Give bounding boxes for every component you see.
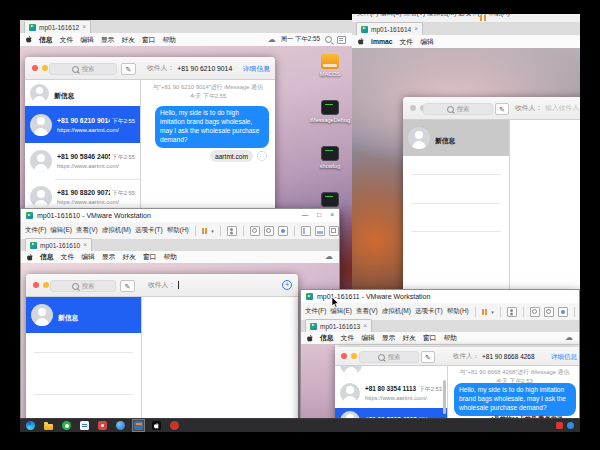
apple-menu-icon[interactable]: [358, 38, 364, 45]
cloud-icon[interactable]: ☁: [565, 334, 573, 342]
pause-icon[interactable]: [480, 15, 486, 21]
snapshot-take-icon[interactable]: [250, 226, 260, 236]
close-traffic-light[interactable]: [341, 353, 347, 359]
details-link[interactable]: 详细信息: [243, 64, 270, 74]
compose-button[interactable]: ✎: [121, 63, 136, 75]
tab-close-icon[interactable]: ×: [83, 242, 87, 249]
menu-help[interactable]: 帮助(H): [447, 307, 469, 316]
green-app-icon[interactable]: [62, 421, 71, 430]
snapshot-manager-icon[interactable]: [278, 226, 288, 236]
conversation-row[interactable]: +81 90 5846 2405下午2:55 https://www.aartm…: [25, 143, 140, 179]
close-traffic-light[interactable]: [410, 105, 416, 111]
menu-tabs[interactable]: 选项卡(T): [415, 307, 443, 316]
menu-help[interactable]: 帮助: [444, 333, 458, 343]
details-link[interactable]: 详细信息: [551, 353, 577, 362]
menu-vm[interactable]: 虚拟机(M): [382, 307, 411, 316]
compose-button[interactable]: ✎: [495, 103, 509, 115]
conversation-row-selected[interactable]: 新信息: [26, 297, 141, 333]
menu-edit[interactable]: 编辑(E): [50, 226, 72, 235]
to-value[interactable]: +81 90 8668 4268: [482, 353, 535, 360]
apple-menu-icon[interactable]: [26, 36, 32, 43]
search-input[interactable]: 搜索: [49, 63, 117, 75]
desktop-icon-macos[interactable]: MACOS: [308, 54, 352, 77]
close-traffic-light[interactable]: [33, 282, 39, 288]
fullscreen-icon[interactable]: [329, 226, 339, 236]
chevron-down-icon[interactable]: ▾: [211, 228, 214, 234]
menu-messages[interactable]: 信息: [39, 35, 53, 45]
conversation-row[interactable]: +81 80 3354 1113下午2:53 https://www.aartm…: [335, 378, 447, 408]
apple-menu-icon[interactable]: [27, 254, 33, 261]
menu-buddies[interactable]: 好友: [122, 252, 136, 262]
tab-close-icon[interactable]: ×: [414, 26, 418, 33]
desktop-icon-partial[interactable]: [308, 192, 352, 207]
menu-buddies[interactable]: 好友: [402, 333, 416, 343]
snapshot-revert-icon[interactable]: [264, 226, 274, 236]
menu-edit[interactable]: 编辑: [420, 37, 434, 47]
menu-file[interactable]: 文件(F): [305, 307, 326, 316]
library-panel-icon[interactable]: [301, 226, 311, 236]
cloud-icon[interactable]: ☁: [268, 36, 276, 44]
menu-help[interactable]: 帮助: [164, 252, 178, 262]
compose-button[interactable]: ✎: [421, 351, 435, 363]
apple-app-icon[interactable]: [152, 421, 161, 430]
blue-globe-icon[interactable]: [116, 421, 125, 430]
menu-vm[interactable]: 虚拟机(M): [102, 226, 131, 235]
menu-view[interactable]: 显示: [102, 252, 116, 262]
apple-menu-icon[interactable]: [307, 335, 313, 342]
snapshot-revert-icon[interactable]: [544, 307, 554, 317]
menu-view[interactable]: 查看(V): [76, 226, 98, 235]
menu-buddies[interactable]: 好友: [121, 35, 135, 45]
tray-blue-icon[interactable]: [567, 422, 574, 429]
notification-center-icon[interactable]: [337, 36, 346, 44]
menu-ed[interactable]: 编辑: [361, 333, 375, 343]
snapshot-manager-icon[interactable]: [558, 307, 568, 317]
tab-close-icon[interactable]: ×: [363, 323, 367, 330]
menu-immac[interactable]: immac: [371, 38, 393, 45]
snapshot-take-icon[interactable]: [530, 307, 540, 317]
desktop-icon-imessagedebug[interactable]: iMessageDebug: [308, 100, 352, 123]
search-input[interactable]: 搜索: [50, 280, 116, 292]
menu-edit[interactable]: 编辑(E): [330, 307, 352, 316]
menu-help[interactable]: 帮助(H): [167, 226, 189, 235]
vm-tab-c[interactable]: mp01-161610 ×: [25, 238, 92, 251]
window-titlebar[interactable]: mp01-161610 - VMware Workstation — □ ×: [21, 209, 339, 222]
conversation-row-selected[interactable]: 新信息: [403, 120, 509, 156]
document-app-icon[interactable]: [80, 421, 89, 430]
vm-tab-b[interactable]: mp01-161614 ×: [356, 22, 423, 35]
search-input[interactable]: 搜索: [423, 103, 493, 115]
console-view-icon[interactable]: [315, 226, 325, 236]
maximize-button[interactable]: □: [317, 212, 321, 219]
menu-view[interactable]: 显示: [382, 333, 396, 343]
pause-icon[interactable]: [202, 228, 208, 234]
to-value[interactable]: +81 90 6210 9014: [177, 65, 232, 72]
to-placeholder[interactable]: 输入收件人: [545, 103, 579, 113]
menu-view[interactable]: 显示: [101, 35, 115, 45]
menu-file[interactable]: 文件: [61, 252, 75, 262]
menu-messages[interactable]: 信息: [320, 333, 334, 343]
menu-edit[interactable]: 编辑: [81, 252, 95, 262]
menu-window[interactable]: 窗口: [143, 252, 157, 262]
menu-file[interactable]: 文件(F): [25, 226, 46, 235]
minimize-button[interactable]: —: [302, 212, 309, 219]
menu-edit[interactable]: 编辑: [80, 35, 94, 45]
minimize-traffic-light[interactable]: [351, 353, 357, 359]
close-traffic-light[interactable]: [32, 65, 38, 71]
menu-messages[interactable]: 信息: [40, 252, 54, 262]
menu-file[interactable]: 文件: [400, 37, 414, 47]
chevron-down-icon[interactable]: ▾: [491, 309, 494, 315]
menu-window[interactable]: 窗口: [142, 35, 156, 45]
menu-file[interactable]: 文件: [60, 35, 74, 45]
close-button[interactable]: ×: [330, 212, 334, 219]
tab-close-icon[interactable]: ×: [82, 24, 86, 31]
menu-file[interactable]: 文件: [341, 333, 355, 343]
pause-icon[interactable]: [482, 309, 488, 315]
red-app-2-icon[interactable]: [170, 421, 179, 430]
vmware-taskbar-button[interactable]: [132, 419, 145, 432]
conversation-row-selected[interactable]: +81 90 6210 9014下午2:55 https://www.aartm…: [25, 106, 140, 143]
menu-window[interactable]: 窗口: [423, 333, 437, 343]
vm-tab-a[interactable]: mp01-161612 ×: [24, 20, 91, 33]
window-titlebar[interactable]: mp01-161611 - VMware Workstation: [301, 290, 579, 303]
minimize-traffic-light[interactable]: [43, 282, 49, 288]
menu-view[interactable]: 查看(V): [356, 307, 378, 316]
conversation-row-new[interactable]: 新信息: [25, 80, 140, 106]
